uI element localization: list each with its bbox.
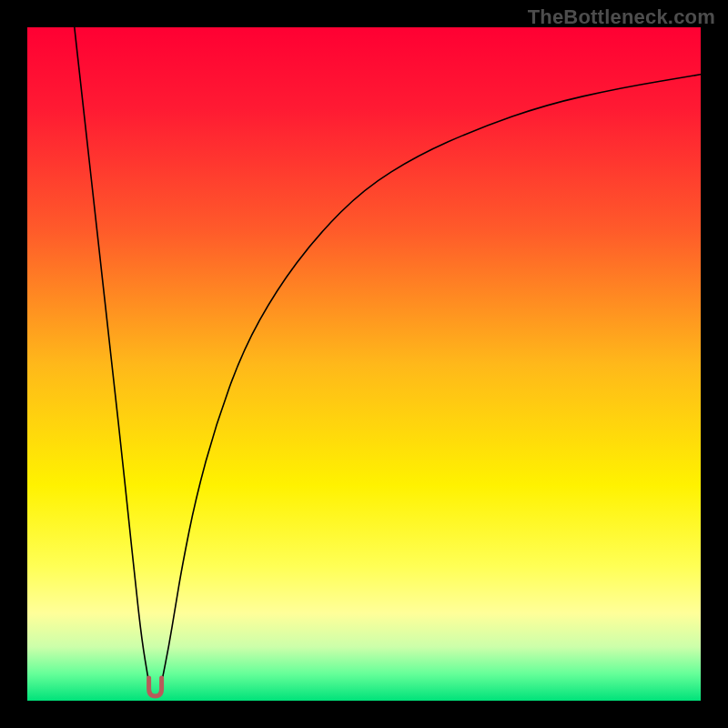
chart-frame: TheBottleneck.com: [0, 0, 728, 728]
plot-svg: [27, 27, 701, 701]
watermark-text: TheBottleneck.com: [528, 5, 715, 29]
plot-area: [27, 27, 701, 701]
gradient-background: [27, 27, 701, 701]
